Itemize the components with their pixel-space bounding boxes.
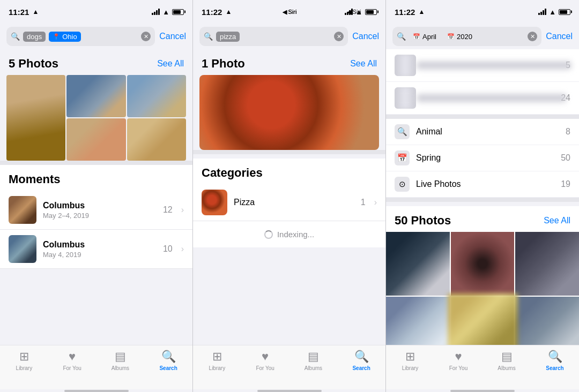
chevron-icon-1: ›: [181, 205, 184, 215]
category-thumb-pizza: [202, 190, 227, 215]
result-row-1[interactable]: 5: [386, 49, 579, 82]
clear-search-3[interactable]: ✕: [528, 32, 537, 41]
suggestion-spring[interactable]: 📅 Spring 50: [386, 145, 579, 171]
tab-search-3[interactable]: 🔍 Search: [531, 350, 579, 371]
photo-3[interactable]: [127, 75, 186, 117]
cancel-btn-2[interactable]: Cancel: [352, 32, 379, 41]
library-icon-1: ⊞: [19, 350, 29, 364]
tab-albums-label-1: Albums: [112, 365, 129, 371]
pizza-photo[interactable]: [199, 75, 379, 150]
clear-search-1[interactable]: ✕: [141, 32, 151, 41]
battery-fill-3: [560, 10, 567, 14]
pg-photo-5[interactable]: [448, 293, 518, 345]
suggestion-animal[interactable]: 🔍 Animal 8: [386, 119, 579, 145]
category-row-pizza[interactable]: Pizza 1 ›: [193, 184, 385, 221]
tab-search-1[interactable]: 🔍 Search: [144, 350, 192, 371]
sb1-3: [538, 13, 540, 15]
moment-date-2: May 4, 2019: [43, 251, 157, 259]
tab-library-3[interactable]: ⊞ Library: [386, 350, 434, 371]
search-bar-container-3: 🔍 📅 April 📅 2020 ✕ Cancel: [386, 24, 579, 49]
home-indicator-3: [386, 389, 579, 392]
search-bar-3[interactable]: 🔍 📅 April 📅 2020 ✕: [392, 27, 541, 46]
categories-section: Categories Pizza 1 › Indexing...: [193, 159, 385, 247]
status-left-3: 11:22 ▲: [395, 7, 425, 17]
pg-photo-1[interactable]: [386, 232, 450, 296]
foryou-icon-1: ♥: [69, 350, 76, 364]
see-all-1[interactable]: See All: [157, 59, 184, 69]
photo-grid-3x3: [386, 232, 579, 345]
tab-foryou-3[interactable]: ♥ For You: [434, 350, 482, 371]
photo-1[interactable]: [6, 75, 65, 161]
status-time-2: 11:22: [202, 7, 222, 17]
signal-bar-3: [156, 10, 158, 15]
pg-photo-2[interactable]: [451, 232, 515, 296]
livephotos-count: 19: [561, 179, 570, 189]
tag-2020[interactable]: 📅 2020: [443, 32, 476, 42]
livephotos-icon: ⊙: [399, 179, 406, 189]
result-thumb-2: [395, 87, 416, 109]
tab-albums-1[interactable]: ▤ Albums: [96, 350, 145, 371]
status-left-1: 11:21 ▲: [9, 7, 39, 17]
chevron-pizza: ›: [374, 198, 377, 207]
home-indicator-2: [193, 389, 385, 392]
photo-5[interactable]: [127, 118, 186, 161]
moment-row-2[interactable]: Columbus May 4, 2019 10 ›: [0, 230, 192, 269]
moment-row-1[interactable]: Columbus May 2–4, 2019 12 ›: [0, 191, 192, 230]
tab-search-label-3: Search: [546, 365, 563, 371]
see-all-2[interactable]: See All: [350, 59, 377, 69]
tab-library-2[interactable]: ⊞ Library: [193, 350, 241, 371]
spinner-icon: [264, 230, 273, 239]
library-icon-2: ⊞: [212, 350, 222, 364]
result-row-2[interactable]: 24: [386, 82, 579, 115]
tab-foryou-2[interactable]: ♥ For You: [241, 350, 290, 371]
phone-panel-3: 11:22 ▲ ◀ Siri ▲ 🔍 📅 April �: [386, 0, 579, 392]
pg-photo-6[interactable]: [515, 297, 579, 345]
clear-search-2[interactable]: ✕: [334, 32, 344, 41]
result-thumb-inner-2: [395, 87, 416, 109]
cancel-btn-3[interactable]: Cancel: [546, 32, 573, 41]
tab-library-1[interactable]: ⊞ Library: [0, 350, 48, 371]
content-area-2: 1 Photo See All Categories Pizza 1 › Ind…: [193, 49, 385, 345]
tab-library-label-3: Library: [402, 365, 419, 371]
signal-bar-1: [152, 13, 153, 15]
pg-photo-4[interactable]: [386, 297, 450, 345]
sb2-3: [540, 12, 542, 15]
tab-foryou-1[interactable]: ♥ For You: [48, 350, 96, 371]
photo-4[interactable]: [66, 118, 125, 161]
tag-ohio[interactable]: 📍 Ohio: [49, 32, 80, 42]
search-tab-icon-1: 🔍: [161, 350, 176, 364]
search-tab-icon-2: 🔍: [354, 350, 369, 364]
location-arrow-2: ▲: [225, 8, 232, 16]
cancel-btn-1[interactable]: Cancel: [159, 32, 186, 41]
tab-albums-2[interactable]: ▤ Albums: [290, 350, 338, 371]
library-icon-3: ⊞: [405, 350, 415, 364]
search-bar-2[interactable]: 🔍 pizza ✕: [199, 27, 348, 46]
tab-bar-3: ⊞ Library ♥ For You ▤ Albums 🔍 Search: [386, 345, 579, 389]
pg-photo-3[interactable]: [515, 232, 579, 296]
result-label-2: [417, 94, 567, 102]
photos-section-header-3: 50 Photos See All: [386, 206, 579, 232]
separator-2: [193, 150, 385, 154]
spring-icon: 📅: [397, 153, 407, 163]
content-area-3: 5 24 🔍 Animal 8 📅: [386, 49, 579, 345]
tag-pizza[interactable]: pizza: [216, 32, 240, 42]
suggestion-livephotos[interactable]: ⊙ Live Photos 19: [386, 171, 579, 198]
wifi-icon-3: ▲: [549, 8, 556, 16]
animal-icon: 🔍: [397, 127, 407, 137]
photo-2[interactable]: [66, 75, 125, 117]
search-icon-3: 🔍: [397, 32, 406, 41]
moment-name-1: Columbus: [43, 201, 157, 210]
tag-april[interactable]: 📅 April: [409, 32, 440, 42]
search-bar-1[interactable]: 🔍 dogs 📍 Ohio ✕: [6, 27, 155, 46]
category-count-pizza: 1: [361, 198, 366, 207]
result-thumb-1: [395, 55, 416, 76]
tab-search-2[interactable]: 🔍 Search: [337, 350, 385, 371]
search-bar-container-2: 🔍 pizza ✕ Cancel: [193, 24, 385, 49]
categories-header: Categories: [193, 159, 385, 184]
tab-albums-3[interactable]: ▤ Albums: [482, 350, 531, 371]
tag-dogs[interactable]: dogs: [23, 32, 46, 42]
see-all-3[interactable]: See All: [544, 216, 570, 225]
content-area-1: 5 Photos See All Moments Columbus May 2–…: [0, 49, 192, 345]
photos-count-2: 1 Photo: [202, 57, 245, 71]
photo-grid-5: [0, 75, 192, 161]
